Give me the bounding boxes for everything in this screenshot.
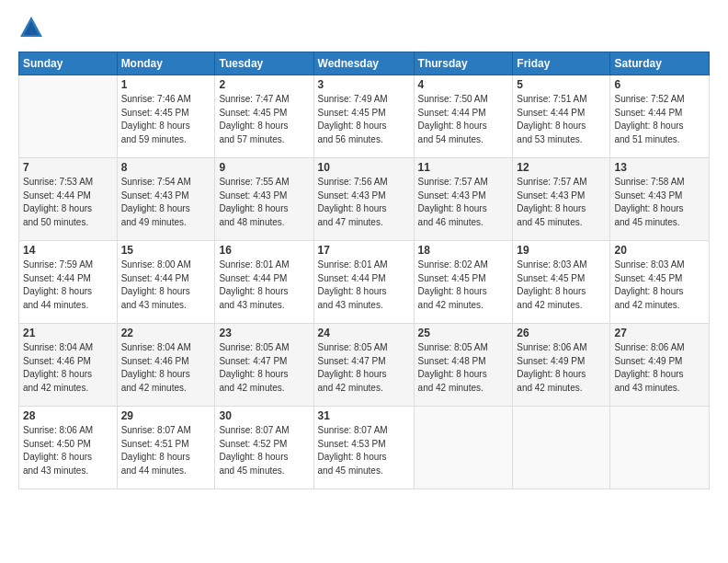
day-cell: 11Sunrise: 7:57 AM Sunset: 4:43 PM Dayli… bbox=[414, 158, 513, 241]
day-cell bbox=[610, 407, 710, 489]
day-cell: 24Sunrise: 8:05 AM Sunset: 4:47 PM Dayli… bbox=[313, 324, 414, 407]
day-number: 30 bbox=[219, 409, 309, 422]
logo-icon bbox=[18, 15, 44, 40]
day-info: Sunrise: 8:06 AM Sunset: 4:50 PM Dayligh… bbox=[23, 424, 113, 477]
header-cell-wednesday: Wednesday bbox=[313, 52, 414, 75]
day-number: 13 bbox=[614, 161, 705, 174]
header-cell-thursday: Thursday bbox=[414, 52, 513, 75]
day-number: 23 bbox=[219, 327, 309, 339]
day-number: 28 bbox=[23, 409, 113, 422]
day-cell: 2Sunrise: 7:47 AM Sunset: 4:45 PM Daylig… bbox=[215, 75, 313, 158]
day-info: Sunrise: 7:49 AM Sunset: 4:45 PM Dayligh… bbox=[318, 93, 410, 146]
day-cell: 5Sunrise: 7:51 AM Sunset: 4:44 PM Daylig… bbox=[513, 75, 610, 158]
header-cell-tuesday: Tuesday bbox=[215, 52, 313, 75]
day-number: 9 bbox=[219, 161, 309, 174]
day-info: Sunrise: 7:54 AM Sunset: 4:43 PM Dayligh… bbox=[121, 176, 211, 229]
day-info: Sunrise: 8:07 AM Sunset: 4:52 PM Dayligh… bbox=[219, 424, 309, 477]
day-number: 26 bbox=[517, 327, 606, 339]
day-info: Sunrise: 7:46 AM Sunset: 4:45 PM Dayligh… bbox=[121, 93, 211, 146]
week-row-1: 1Sunrise: 7:46 AM Sunset: 4:45 PM Daylig… bbox=[19, 75, 710, 158]
day-number: 4 bbox=[418, 78, 509, 91]
day-number: 20 bbox=[614, 244, 705, 257]
day-cell: 26Sunrise: 8:06 AM Sunset: 4:49 PM Dayli… bbox=[513, 324, 610, 407]
day-info: Sunrise: 7:53 AM Sunset: 4:44 PM Dayligh… bbox=[23, 176, 113, 229]
day-number: 16 bbox=[219, 244, 309, 257]
calendar-body: 1Sunrise: 7:46 AM Sunset: 4:45 PM Daylig… bbox=[19, 75, 710, 489]
day-number: 18 bbox=[418, 244, 509, 257]
day-number: 6 bbox=[614, 78, 705, 91]
day-info: Sunrise: 8:06 AM Sunset: 4:49 PM Dayligh… bbox=[614, 341, 705, 395]
day-info: Sunrise: 7:55 AM Sunset: 4:43 PM Dayligh… bbox=[219, 176, 309, 229]
header-cell-friday: Friday bbox=[513, 52, 610, 75]
calendar-header: SundayMondayTuesdayWednesdayThursdayFrid… bbox=[19, 52, 710, 75]
day-info: Sunrise: 8:01 AM Sunset: 4:44 PM Dayligh… bbox=[318, 259, 410, 312]
day-number: 2 bbox=[219, 78, 309, 91]
day-number: 17 bbox=[318, 244, 410, 257]
header-cell-monday: Monday bbox=[117, 52, 215, 75]
day-number: 19 bbox=[517, 244, 606, 257]
day-info: Sunrise: 8:07 AM Sunset: 4:51 PM Dayligh… bbox=[121, 424, 211, 477]
day-cell: 29Sunrise: 8:07 AM Sunset: 4:51 PM Dayli… bbox=[117, 407, 215, 489]
day-info: Sunrise: 8:03 AM Sunset: 4:45 PM Dayligh… bbox=[517, 259, 606, 312]
day-info: Sunrise: 7:57 AM Sunset: 4:43 PM Dayligh… bbox=[418, 176, 509, 229]
day-cell: 1Sunrise: 7:46 AM Sunset: 4:45 PM Daylig… bbox=[117, 75, 215, 158]
day-cell bbox=[414, 407, 513, 489]
day-cell bbox=[19, 75, 118, 158]
day-cell: 14Sunrise: 7:59 AM Sunset: 4:44 PM Dayli… bbox=[19, 241, 118, 324]
day-info: Sunrise: 8:01 AM Sunset: 4:44 PM Dayligh… bbox=[219, 259, 309, 312]
day-cell bbox=[513, 407, 610, 489]
day-info: Sunrise: 7:47 AM Sunset: 4:45 PM Dayligh… bbox=[219, 93, 309, 146]
logo bbox=[18, 15, 48, 40]
day-cell: 3Sunrise: 7:49 AM Sunset: 4:45 PM Daylig… bbox=[313, 75, 414, 158]
day-info: Sunrise: 8:03 AM Sunset: 4:45 PM Dayligh… bbox=[614, 259, 705, 312]
day-number: 10 bbox=[318, 161, 410, 174]
day-info: Sunrise: 8:04 AM Sunset: 4:46 PM Dayligh… bbox=[121, 341, 211, 395]
day-info: Sunrise: 7:56 AM Sunset: 4:43 PM Dayligh… bbox=[318, 176, 410, 229]
header-row: SundayMondayTuesdayWednesdayThursdayFrid… bbox=[19, 52, 710, 75]
day-number: 24 bbox=[318, 327, 410, 339]
day-cell: 21Sunrise: 8:04 AM Sunset: 4:46 PM Dayli… bbox=[19, 324, 118, 407]
day-info: Sunrise: 8:05 AM Sunset: 4:48 PM Dayligh… bbox=[418, 341, 509, 395]
day-number: 21 bbox=[23, 327, 113, 339]
day-cell: 6Sunrise: 7:52 AM Sunset: 4:44 PM Daylig… bbox=[610, 75, 710, 158]
day-info: Sunrise: 8:05 AM Sunset: 4:47 PM Dayligh… bbox=[219, 341, 309, 395]
day-cell: 28Sunrise: 8:06 AM Sunset: 4:50 PM Dayli… bbox=[19, 407, 118, 489]
day-info: Sunrise: 8:02 AM Sunset: 4:45 PM Dayligh… bbox=[418, 259, 509, 312]
day-cell: 13Sunrise: 7:58 AM Sunset: 4:43 PM Dayli… bbox=[610, 158, 710, 241]
day-number: 12 bbox=[517, 161, 606, 174]
day-cell: 25Sunrise: 8:05 AM Sunset: 4:48 PM Dayli… bbox=[414, 324, 513, 407]
day-cell: 22Sunrise: 8:04 AM Sunset: 4:46 PM Dayli… bbox=[117, 324, 215, 407]
day-number: 11 bbox=[418, 161, 509, 174]
day-number: 7 bbox=[23, 161, 113, 174]
day-number: 31 bbox=[318, 409, 410, 422]
week-row-3: 14Sunrise: 7:59 AM Sunset: 4:44 PM Dayli… bbox=[19, 241, 710, 324]
day-cell: 16Sunrise: 8:01 AM Sunset: 4:44 PM Dayli… bbox=[215, 241, 313, 324]
day-number: 8 bbox=[121, 161, 211, 174]
day-cell: 17Sunrise: 8:01 AM Sunset: 4:44 PM Dayli… bbox=[313, 241, 414, 324]
day-info: Sunrise: 7:59 AM Sunset: 4:44 PM Dayligh… bbox=[23, 259, 113, 312]
day-info: Sunrise: 7:57 AM Sunset: 4:43 PM Dayligh… bbox=[517, 176, 606, 229]
day-number: 5 bbox=[517, 78, 606, 91]
day-info: Sunrise: 7:51 AM Sunset: 4:44 PM Dayligh… bbox=[517, 93, 606, 146]
day-cell: 31Sunrise: 8:07 AM Sunset: 4:53 PM Dayli… bbox=[313, 407, 414, 489]
day-number: 27 bbox=[614, 327, 705, 339]
calendar-table: SundayMondayTuesdayWednesdayThursdayFrid… bbox=[18, 52, 710, 489]
day-cell: 23Sunrise: 8:05 AM Sunset: 4:47 PM Dayli… bbox=[215, 324, 313, 407]
day-info: Sunrise: 8:00 AM Sunset: 4:44 PM Dayligh… bbox=[121, 259, 211, 312]
day-number: 14 bbox=[23, 244, 113, 257]
day-cell: 20Sunrise: 8:03 AM Sunset: 4:45 PM Dayli… bbox=[610, 241, 710, 324]
day-number: 1 bbox=[121, 78, 211, 91]
day-cell: 15Sunrise: 8:00 AM Sunset: 4:44 PM Dayli… bbox=[117, 241, 215, 324]
day-info: Sunrise: 8:06 AM Sunset: 4:49 PM Dayligh… bbox=[517, 341, 606, 395]
day-cell: 9Sunrise: 7:55 AM Sunset: 4:43 PM Daylig… bbox=[215, 158, 313, 241]
day-info: Sunrise: 7:58 AM Sunset: 4:43 PM Dayligh… bbox=[614, 176, 705, 229]
day-cell: 12Sunrise: 7:57 AM Sunset: 4:43 PM Dayli… bbox=[513, 158, 610, 241]
day-info: Sunrise: 7:50 AM Sunset: 4:44 PM Dayligh… bbox=[418, 93, 509, 146]
day-number: 25 bbox=[418, 327, 509, 339]
day-cell: 30Sunrise: 8:07 AM Sunset: 4:52 PM Dayli… bbox=[215, 407, 313, 489]
header bbox=[18, 15, 710, 40]
week-row-5: 28Sunrise: 8:06 AM Sunset: 4:50 PM Dayli… bbox=[19, 407, 710, 489]
day-cell: 27Sunrise: 8:06 AM Sunset: 4:49 PM Dayli… bbox=[610, 324, 710, 407]
day-number: 3 bbox=[318, 78, 410, 91]
header-cell-sunday: Sunday bbox=[19, 52, 118, 75]
